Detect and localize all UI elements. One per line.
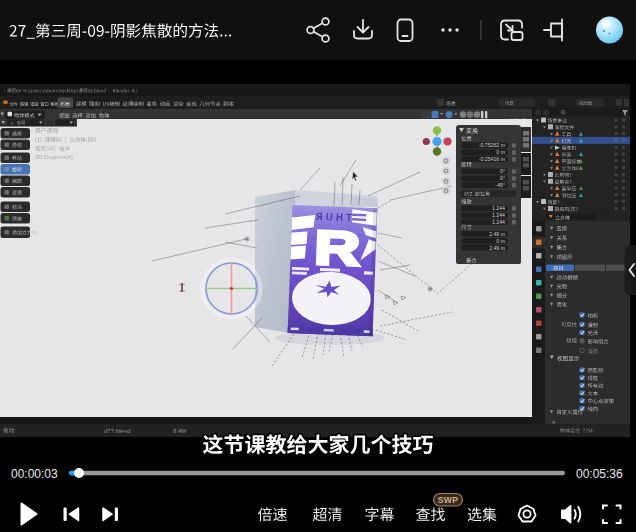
svg-text:0 m: 0 m xyxy=(496,238,505,244)
svg-text:-0.75262 m: -0.75262 m xyxy=(479,142,505,148)
svg-text:0 m: 0 m xyxy=(496,149,505,155)
svg-text:1.244: 1.244 xyxy=(492,212,505,218)
svg-text:R: R xyxy=(313,220,361,276)
svg-text:8.4M: 8.4M xyxy=(173,428,186,434)
svg-text:00:05:36: 00:05:36 xyxy=(576,467,623,481)
svg-text:0°: 0° xyxy=(500,168,505,174)
svg-text:0°: 0° xyxy=(500,175,505,181)
svg-text:-0.25416 m: -0.25416 m xyxy=(479,156,505,162)
svg-text:2.49 m: 2.49 m xyxy=(489,245,505,251)
svg-text:2.49 m: 2.49 m xyxy=(489,231,505,237)
svg-text:3D Degrees(4): 3D Degrees(4) xyxy=(35,154,73,160)
svg-text:1.244: 1.244 xyxy=(492,205,505,211)
svg-text:00:00:03: 00:00:03 xyxy=(11,467,58,481)
svg-text:d77.blend: d77.blend xyxy=(104,428,130,434)
svg-text:SWP: SWP xyxy=(438,495,458,505)
svg-text:1.244: 1.244 xyxy=(492,219,505,225)
svg-text:-45°: -45° xyxy=(495,182,505,188)
